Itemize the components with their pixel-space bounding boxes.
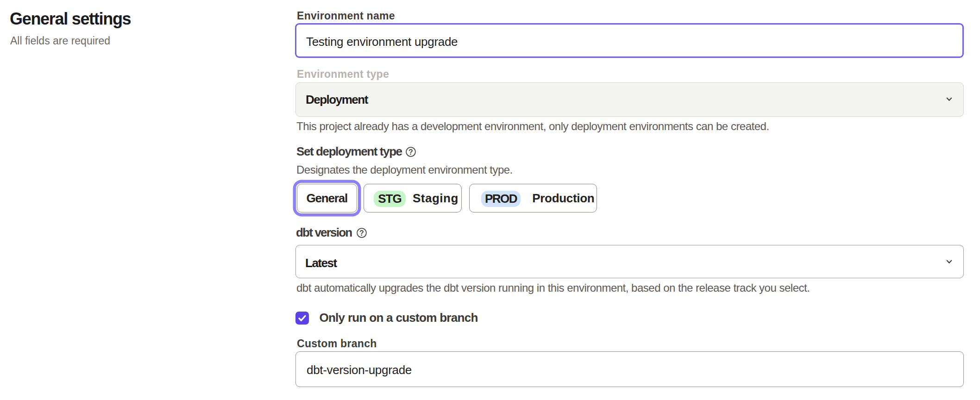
svg-text:?: ? xyxy=(359,229,364,237)
svg-text:?: ? xyxy=(408,148,413,156)
